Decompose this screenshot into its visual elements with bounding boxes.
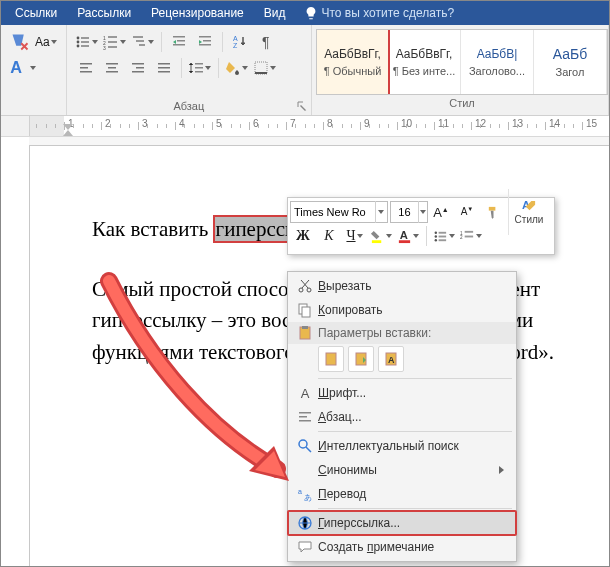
svg-rect-19 <box>199 36 211 38</box>
svg-point-46 <box>435 235 437 237</box>
svg-rect-30 <box>132 63 144 65</box>
svg-rect-65 <box>299 416 307 418</box>
tab-links[interactable]: Ссылки <box>5 1 67 25</box>
tab-review[interactable]: Рецензирование <box>141 1 254 25</box>
multilevel-button[interactable] <box>130 30 156 54</box>
text-effects-button[interactable]: A <box>8 56 38 80</box>
menu-hyperlink[interactable]: Гиперссылка... <box>288 511 516 535</box>
menu-copy[interactable]: Копировать <box>288 298 516 322</box>
svg-rect-16 <box>173 36 185 38</box>
mini-styles-button[interactable]: A Стили <box>508 189 549 235</box>
styles-gallery[interactable]: АаБбВвГг,¶ Обычный АаБбВвГг,¶ Без инте..… <box>316 29 608 95</box>
paragraph-icon <box>292 409 318 425</box>
svg-rect-31 <box>136 67 144 69</box>
increase-indent-button[interactable] <box>193 30 217 54</box>
svg-rect-57 <box>302 307 310 317</box>
style-heading2[interactable]: АаБбЗагол <box>534 30 607 94</box>
mini-font-color-button[interactable]: A <box>396 224 421 248</box>
align-center-button[interactable] <box>100 56 124 80</box>
svg-text:2: 2 <box>460 235 463 240</box>
svg-rect-47 <box>439 235 447 237</box>
svg-rect-14 <box>136 40 144 42</box>
svg-rect-6 <box>81 45 89 47</box>
copy-icon <box>292 302 318 318</box>
menu-translate[interactable]: aあ Перевод <box>288 482 516 506</box>
svg-text:a: a <box>298 488 302 495</box>
align-right-button[interactable] <box>126 56 150 80</box>
tab-mailings[interactable]: Рассылки <box>67 1 141 25</box>
borders-button[interactable] <box>252 56 278 80</box>
mini-numbering-button[interactable]: 12 <box>459 224 484 248</box>
mini-highlight-button[interactable] <box>369 224 394 248</box>
svg-rect-49 <box>439 239 447 241</box>
menu-label: Параметры вставки: <box>318 326 504 340</box>
mini-size-combo[interactable] <box>390 201 428 223</box>
ribbon: Aa A 123 AZ ¶ <box>1 25 609 116</box>
svg-rect-8 <box>108 36 117 38</box>
bullets-button[interactable] <box>74 30 100 54</box>
svg-rect-29 <box>106 71 118 73</box>
menu-font[interactable]: A Шрифт... <box>288 381 516 405</box>
style-normal[interactable]: АаБбВвГг,¶ Обычный <box>316 29 389 95</box>
svg-point-55 <box>307 288 311 292</box>
numbering-button[interactable]: 123 <box>102 30 128 54</box>
font-icon: A <box>292 386 318 401</box>
align-left-button[interactable] <box>74 56 98 80</box>
menu-label: Гиперссылка... <box>318 516 504 530</box>
decrease-indent-button[interactable] <box>167 30 191 54</box>
svg-rect-21 <box>199 44 211 46</box>
ruler-horizontal[interactable]: 123456789101112131415 <box>30 116 609 136</box>
clear-format-button[interactable] <box>8 30 32 54</box>
menu-paragraph[interactable]: Абзац... <box>288 405 516 429</box>
dropdown-icon[interactable] <box>418 201 427 223</box>
svg-point-48 <box>435 239 437 241</box>
paste-keep-formatting-button[interactable] <box>318 346 344 372</box>
dropdown-icon[interactable] <box>375 201 387 223</box>
svg-text:A: A <box>388 355 395 365</box>
sort-button[interactable]: AZ <box>228 30 252 54</box>
svg-rect-64 <box>299 412 311 414</box>
menu-cut[interactable]: Вырезать <box>288 274 516 298</box>
paste-merge-button[interactable] <box>348 346 374 372</box>
tell-me[interactable]: Что вы хотите сделать? <box>296 6 455 20</box>
svg-rect-66 <box>299 420 311 422</box>
svg-point-54 <box>299 288 303 292</box>
menu-synonyms[interactable]: Синонимы <box>288 458 516 482</box>
paragraph-dialog-launcher[interactable] <box>295 99 309 113</box>
line-spacing-button[interactable] <box>187 56 213 80</box>
styles-group-label: Стил <box>316 95 608 112</box>
mini-font-input[interactable] <box>291 206 375 218</box>
hanging-indent-marker[interactable] <box>63 128 73 136</box>
doc-text: Как вставить <box>92 217 214 241</box>
mini-underline-button[interactable]: Ч <box>343 224 367 248</box>
mini-bold-button[interactable]: Ж <box>291 224 315 248</box>
align-justify-button[interactable] <box>152 56 176 80</box>
svg-point-1 <box>76 37 79 40</box>
ruler-corner <box>1 116 30 136</box>
svg-point-44 <box>435 231 437 233</box>
comment-icon <box>292 539 318 555</box>
menu-new-comment[interactable]: Создать примечание <box>288 535 516 559</box>
tab-view[interactable]: Вид <box>254 1 296 25</box>
mini-size-input[interactable] <box>391 206 418 218</box>
svg-rect-37 <box>195 67 203 69</box>
format-painter-button[interactable] <box>481 200 505 224</box>
grow-font-button[interactable]: A▲ <box>429 200 453 224</box>
svg-rect-10 <box>108 41 117 43</box>
tell-me-placeholder: Что вы хотите сделать? <box>322 6 455 20</box>
menu-smart-lookup[interactable]: Интеллектуальный поиск <box>288 434 516 458</box>
svg-rect-20 <box>203 40 211 42</box>
svg-rect-13 <box>133 36 143 38</box>
menu-label: Копировать <box>318 303 504 317</box>
style-no-spacing[interactable]: АаБбВвГг,¶ Без инте... <box>388 30 461 94</box>
paste-text-only-button[interactable]: A <box>378 346 404 372</box>
shading-button[interactable] <box>224 56 250 80</box>
mini-bullets-button[interactable] <box>432 224 457 248</box>
svg-rect-34 <box>158 67 170 69</box>
mini-italic-button[interactable]: К <box>317 224 341 248</box>
style-heading1[interactable]: АаБбВ|Заголово... <box>461 30 534 94</box>
change-case-button[interactable]: Aa <box>34 30 59 54</box>
mini-font-combo[interactable] <box>290 201 388 223</box>
show-marks-button[interactable]: ¶ <box>254 30 278 54</box>
shrink-font-button[interactable]: A▼ <box>455 200 479 224</box>
